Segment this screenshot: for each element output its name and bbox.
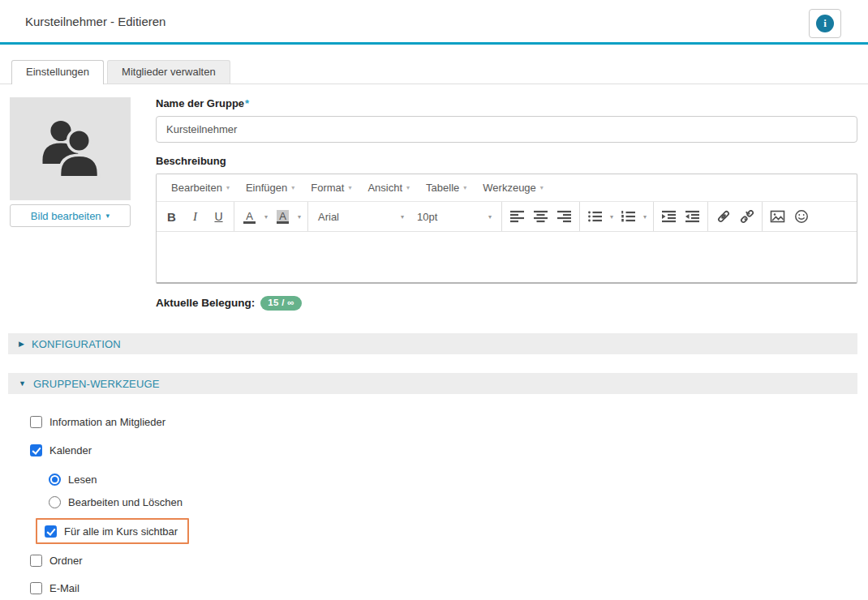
- bullet-list-button[interactable]: [584, 206, 606, 228]
- chevron-down-icon: ▾: [540, 184, 544, 191]
- editor-menubar: Bearbeiten▾ Einfügen▾ Format▾ Ansicht▾ T…: [157, 174, 857, 202]
- group-tools-list: Information an Mitglieder Kalender Lesen…: [0, 408, 868, 594]
- chevron-down-icon: ▾: [106, 212, 110, 220]
- required-marker: *: [245, 97, 249, 109]
- tab-mitglieder-verwalten[interactable]: Mitglieder verwalten: [107, 60, 230, 84]
- toolbar-group-indent: [654, 202, 708, 231]
- tool-email: E-Mail: [30, 581, 868, 594]
- description-richtext-editor: Bearbeiten▾ Einfügen▾ Format▾ Ansicht▾ T…: [156, 174, 857, 284]
- emoticons-button[interactable]: [790, 206, 812, 228]
- text-color-button[interactable]: A: [238, 206, 260, 228]
- chevron-down-icon: ▾: [406, 184, 410, 191]
- tool-ordner: Ordner: [30, 554, 868, 567]
- chevron-down-icon: ▾: [488, 213, 492, 221]
- bearbeiten-loeschen-radio[interactable]: [49, 496, 61, 508]
- background-color-button[interactable]: A: [272, 206, 294, 228]
- toolbar-group-lists: ▾ ▾: [580, 202, 654, 231]
- info-icon: i: [816, 15, 834, 32]
- lesen-radio[interactable]: [49, 474, 61, 486]
- highlight-annotation-box: Für alle im Kurs sichtbar: [36, 518, 189, 544]
- font-family-select[interactable]: Arial▾: [312, 206, 410, 228]
- numbered-list-caret[interactable]: ▾: [640, 206, 650, 228]
- align-right-button[interactable]: [553, 206, 575, 228]
- underline-button[interactable]: U: [208, 206, 230, 228]
- menu-ansicht[interactable]: Ansicht▾: [359, 182, 418, 194]
- occupancy-row: Aktuelle Belegung: 15 / ∞: [156, 296, 857, 311]
- tool-information: Information an Mitglieder: [30, 415, 868, 428]
- toolbar-group-link: [708, 202, 763, 231]
- tab-einstellungen[interactable]: Einstellungen: [11, 60, 104, 84]
- kalender-option-bearbeiten-loeschen: Bearbeiten und Löschen: [49, 495, 868, 508]
- triangle-right-icon: ▶: [19, 340, 24, 348]
- tab-bar: Einstellungen Mitglieder verwalten: [0, 60, 868, 84]
- toolbar-group-color: A ▾ A ▾: [234, 202, 308, 231]
- section-gruppen-werkzeuge-label: GRUPPEN-WERKZEUGE: [33, 378, 160, 390]
- bullet-list-caret[interactable]: ▾: [607, 206, 617, 228]
- edit-image-label: Bild bearbeiten: [31, 210, 101, 222]
- chevron-down-icon: ▾: [348, 184, 351, 191]
- toolbar-group-media: [763, 202, 816, 231]
- toolbar-group-font: Arial▾ 10pt▾: [308, 202, 502, 231]
- editor-toolbar: B I U A ▾ A ▾ Arial▾ 10pt▾: [157, 202, 857, 232]
- chevron-down-icon: ▾: [291, 184, 294, 191]
- group-image-placeholder: [10, 97, 131, 200]
- align-center-button[interactable]: [530, 206, 552, 228]
- insert-link-button[interactable]: [712, 206, 734, 228]
- ordner-label: Ordner: [49, 555, 82, 567]
- description-label: Beschreibung: [156, 155, 857, 167]
- menu-einfuegen[interactable]: Einfügen▾: [238, 182, 303, 194]
- chevron-down-icon: ▾: [463, 184, 466, 191]
- insert-image-button[interactable]: [767, 206, 789, 228]
- description-edit-area[interactable]: [157, 232, 857, 282]
- chevron-down-icon: ▾: [401, 213, 404, 221]
- outdent-button[interactable]: [681, 206, 703, 228]
- kalender-option-kurs-sichtbar: Für alle im Kurs sichtbar: [45, 525, 178, 538]
- group-silhouette-icon: [34, 114, 107, 184]
- kurs-sichtbar-label: Für alle im Kurs sichtbar: [64, 525, 178, 538]
- toolbar-group-align: [502, 202, 580, 231]
- indent-button[interactable]: [658, 206, 680, 228]
- lesen-label: Lesen: [68, 474, 97, 486]
- kalender-option-lesen: Lesen: [49, 473, 868, 486]
- menu-werkzeuge[interactable]: Werkzeuge▾: [475, 182, 552, 194]
- kalender-label: Kalender: [49, 444, 92, 456]
- align-left-button[interactable]: [506, 206, 528, 228]
- chevron-down-icon: ▾: [226, 184, 230, 191]
- italic-button[interactable]: I: [184, 206, 206, 228]
- email-label: E-Mail: [49, 582, 79, 594]
- kurs-sichtbar-checkbox[interactable]: [45, 525, 57, 538]
- information-label: Information an Mitglieder: [49, 416, 165, 428]
- information-checkbox[interactable]: [30, 416, 42, 428]
- triangle-down-icon: ▼: [19, 379, 26, 388]
- page-title: Kursteilnehmer - Editieren: [25, 15, 165, 28]
- group-name-label: Name der Gruppe*: [156, 97, 857, 109]
- toolbar-group-basic: B I U: [157, 202, 234, 231]
- section-konfiguration[interactable]: ▶ KONFIGURATION: [8, 333, 857, 354]
- bold-button[interactable]: B: [161, 206, 183, 228]
- email-checkbox[interactable]: [30, 582, 42, 594]
- tool-kalender: Kalender: [30, 444, 868, 456]
- background-color-caret[interactable]: ▾: [294, 206, 304, 228]
- text-color-caret[interactable]: ▾: [261, 206, 271, 228]
- group-name-input[interactable]: [156, 116, 857, 143]
- settings-form: Name der Gruppe* Beschreibung Bearbeiten…: [156, 97, 857, 311]
- occupancy-label: Aktuelle Belegung:: [156, 297, 255, 309]
- menu-bearbeiten[interactable]: Bearbeiten▾: [163, 182, 238, 194]
- section-gruppen-werkzeuge[interactable]: ▼ GRUPPEN-WERKZEUGE: [8, 373, 857, 394]
- menu-format[interactable]: Format▾: [303, 182, 359, 194]
- font-size-select[interactable]: 10pt▾: [410, 206, 498, 228]
- section-konfiguration-label: KONFIGURATION: [32, 338, 121, 350]
- menu-tabelle[interactable]: Tabelle▾: [418, 182, 475, 194]
- dialog-header: Kursteilnehmer - Editieren i: [0, 0, 868, 45]
- ordner-checkbox[interactable]: [30, 555, 42, 567]
- occupancy-badge: 15 / ∞: [260, 296, 301, 311]
- numbered-list-button[interactable]: [617, 206, 639, 228]
- bearbeiten-loeschen-label: Bearbeiten und Löschen: [68, 496, 183, 508]
- info-button[interactable]: i: [809, 9, 841, 38]
- kalender-checkbox[interactable]: [30, 444, 42, 456]
- remove-link-button[interactable]: [736, 206, 758, 228]
- edit-image-button[interactable]: Bild bearbeiten ▾: [10, 204, 131, 227]
